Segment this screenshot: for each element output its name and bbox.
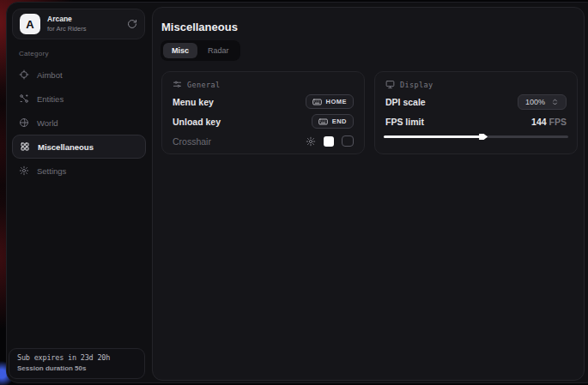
- app-logo: A: [20, 14, 40, 34]
- app-header-card: A Arcane for Arc Riders: [12, 9, 145, 39]
- app-title-block: Arcane for Arc Riders: [47, 15, 86, 33]
- dpi-scale-value: 100%: [525, 98, 545, 106]
- category-label: Category: [19, 50, 49, 57]
- general-card-header: General: [173, 80, 354, 89]
- menu-key-label: Menu key: [173, 97, 214, 107]
- tab-radar[interactable]: Radar: [199, 43, 238, 58]
- fps-unit: FPS: [549, 117, 567, 127]
- crosshair-enable-checkbox[interactable]: [342, 135, 354, 147]
- sidebar-item-entities[interactable]: Entities: [12, 87, 146, 111]
- main-panel: Miscellaneous Misc Radar General Menu ke…: [152, 7, 585, 381]
- menu-key-bind-button[interactable]: HOME: [306, 94, 355, 109]
- desktop-background: { "app": { "logo_letter": "A", "name": "…: [0, 0, 588, 385]
- display-card: Display DPI scale 100% FPS limit 144FPS: [374, 71, 578, 154]
- sidebar-item-label: Entities: [37, 94, 64, 104]
- crosshair-controls: [306, 135, 354, 147]
- dpi-scale-row: DPI scale 100%: [385, 92, 567, 111]
- sidebar: A Arcane for Arc Riders Category Aimbot: [7, 3, 151, 382]
- sidebar-item-label: World: [37, 118, 58, 128]
- fps-limit-slider[interactable]: [384, 135, 568, 138]
- app-name: Arcane: [47, 15, 86, 24]
- chevron-up-down-icon: [551, 98, 559, 106]
- slider-fill: [384, 135, 483, 138]
- dpi-scale-select[interactable]: 100%: [518, 94, 567, 110]
- fps-limit-row: FPS limit 144FPS: [385, 111, 567, 131]
- sidebar-item-label: Aimbot: [37, 70, 63, 80]
- sub-expiry-text: Sub expires in 23d 20h: [17, 353, 136, 362]
- crosshair-settings-gear-icon[interactable]: [306, 136, 316, 147]
- fps-limit-value: 144FPS: [531, 117, 567, 127]
- unload-key-row: Unload key END: [173, 111, 354, 131]
- subscription-card: Sub expires in 23d 20h Session duration …: [9, 348, 145, 379]
- entities-icon: [19, 93, 29, 104]
- sidebar-item-label: Settings: [37, 166, 66, 176]
- unload-key-label: Unload key: [173, 117, 221, 127]
- display-card-title: Display: [400, 81, 433, 89]
- gear-icon: [19, 165, 29, 176]
- display-card-header: Display: [385, 80, 567, 89]
- menu-key-row: Menu key HOME: [173, 92, 354, 111]
- sidebar-item-settings[interactable]: Settings: [12, 159, 146, 183]
- slider-thumb[interactable]: [479, 133, 488, 141]
- tab-misc[interactable]: Misc: [163, 43, 197, 58]
- unload-key-value: END: [332, 117, 347, 125]
- general-card-title: General: [187, 81, 221, 89]
- crosshair-label: Crosshair: [173, 136, 211, 147]
- sync-icon[interactable]: [127, 19, 137, 29]
- crosshair-color-swatch[interactable]: [324, 136, 334, 147]
- session-duration-text: Session duration 50s: [17, 364, 136, 372]
- sidebar-item-miscellaneous[interactable]: Miscellaneous: [12, 135, 146, 159]
- sliders-icon: [173, 80, 182, 89]
- dpi-scale-label: DPI scale: [385, 97, 426, 107]
- app-window: A Arcane for Arc Riders Category Aimbot: [6, 2, 588, 383]
- sidebar-item-aimbot[interactable]: Aimbot: [12, 63, 146, 87]
- keyboard-icon: [318, 118, 328, 125]
- general-card: General Menu key HOME Unload key: [161, 71, 365, 154]
- sidebar-item-label: Miscellaneous: [38, 142, 94, 152]
- fps-limit-label: FPS limit: [385, 117, 424, 127]
- unload-key-bind-button[interactable]: END: [312, 114, 354, 129]
- grid-icon: [20, 141, 30, 152]
- keyboard-icon: [312, 99, 322, 105]
- menu-key-value: HOME: [326, 98, 348, 105]
- tab-bar: Misc Radar: [161, 40, 240, 61]
- crosshair-row: Crosshair: [173, 131, 354, 151]
- monitor-icon: [385, 80, 395, 89]
- page-title: Miscellaneous: [161, 21, 238, 33]
- app-subtitle: for Arc Riders: [47, 25, 86, 33]
- sidebar-nav: Aimbot Entities World: [12, 63, 146, 183]
- globe-icon: [19, 117, 29, 128]
- sidebar-item-world[interactable]: World: [12, 111, 146, 135]
- crosshair-icon: [19, 69, 29, 80]
